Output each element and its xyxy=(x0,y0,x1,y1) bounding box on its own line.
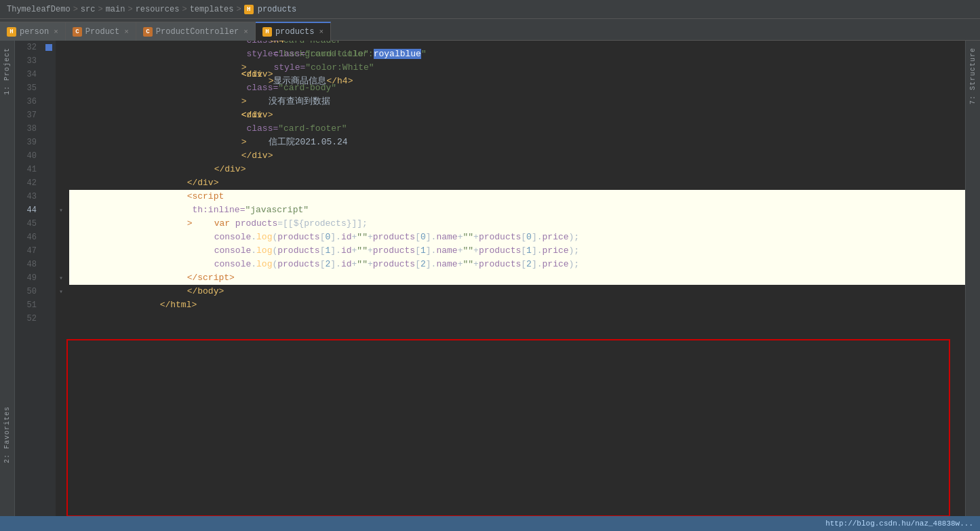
line-num-34: 34 xyxy=(20,68,37,81)
fold-34 xyxy=(56,68,66,81)
fold-40 xyxy=(56,149,66,163)
gutter-49 xyxy=(42,271,56,285)
code-line-32: <div class="card-header" style="backgrou… xyxy=(69,41,965,54)
gutter xyxy=(42,41,56,516)
status-right: http://blog.csdn.hu/naz_48838w... xyxy=(825,519,973,528)
fold-42 xyxy=(56,176,66,190)
gutter-43 xyxy=(42,190,56,203)
line-num-40: 40 xyxy=(20,149,37,163)
fold-45 xyxy=(56,217,66,231)
gutter-42 xyxy=(42,176,56,190)
fold-32[interactable] xyxy=(56,41,66,54)
line-num-47: 47 xyxy=(20,244,37,258)
tab-close-person[interactable]: × xyxy=(54,28,58,36)
line-num-36: 36 xyxy=(20,95,37,109)
fold-48 xyxy=(56,258,66,271)
gutter-41 xyxy=(42,163,56,176)
line-num-32: 32 xyxy=(20,41,37,54)
fold-50[interactable]: ▾ xyxy=(56,285,66,298)
tab-label-product: Product xyxy=(85,27,119,37)
lines-container[interactable]: 32 33 34 35 36 37 38 39 40 41 42 43 44 4… xyxy=(15,41,965,516)
structure-sidebar-label[interactable]: 7: Structure xyxy=(969,47,977,104)
tab-close-products[interactable]: × xyxy=(319,28,324,36)
gutter-32 xyxy=(42,41,56,54)
fold-33[interactable] xyxy=(56,54,66,68)
code-lines[interactable]: <div class="card-header" style="backgrou… xyxy=(66,41,965,516)
line-num-42: 42 xyxy=(20,176,37,190)
gutter-37 xyxy=(42,109,56,122)
gutter-51 xyxy=(42,298,56,312)
fold-36 xyxy=(56,95,66,109)
gutter-45 xyxy=(42,217,56,231)
tab-productcontroller[interactable]: C ProductController × xyxy=(136,22,256,41)
line-num-51: 51 xyxy=(20,298,37,312)
fold-51 xyxy=(56,298,66,312)
gutter-46 xyxy=(42,231,56,244)
breadcrumb-main[interactable]: main xyxy=(106,5,125,14)
line-num-35: 35 xyxy=(20,81,37,95)
fold-44[interactable]: ▾ xyxy=(56,203,66,217)
gutter-36 xyxy=(42,95,56,109)
breadcrumb-file-icon: H xyxy=(244,5,254,14)
gutter-50 xyxy=(42,285,56,298)
line-num-43: 43 xyxy=(20,190,37,203)
tab-bar: H person × C Product × C ProductControll… xyxy=(0,19,980,41)
breadcrumb-src[interactable]: src xyxy=(81,5,96,14)
line-num-48: 48 xyxy=(20,258,37,271)
tab-icon-productcontroller: C xyxy=(143,27,153,37)
tab-close-product[interactable]: × xyxy=(124,28,129,36)
tab-label-person: person xyxy=(20,27,49,37)
fold-35[interactable] xyxy=(56,81,66,95)
fold-47 xyxy=(56,244,66,258)
gutter-48 xyxy=(42,258,56,271)
favorites-sidebar: 2: Favorites xyxy=(0,406,15,463)
tab-products[interactable]: H products × xyxy=(256,22,331,41)
tab-person[interactable]: H person × xyxy=(0,22,66,41)
line-num-52: 52 xyxy=(20,312,37,326)
gutter-38 xyxy=(42,122,56,136)
breadcrumb-project[interactable]: ThymeleafDemo xyxy=(7,5,71,14)
tab-product[interactable]: C Product × xyxy=(66,22,136,41)
line-num-37: 37 xyxy=(20,109,37,122)
editor-wrapper: 32 33 34 35 36 37 38 39 40 41 42 43 44 4… xyxy=(15,41,965,516)
breadcrumb-templates[interactable]: templates xyxy=(190,5,234,14)
breadcrumb-products[interactable]: products xyxy=(258,5,297,14)
fold-52 xyxy=(56,312,66,326)
fold-37 xyxy=(56,109,66,122)
favorites-sidebar-label[interactable]: 2: Favorites xyxy=(3,406,11,463)
fold-41 xyxy=(56,163,66,176)
bookmark-32 xyxy=(45,44,52,51)
fold-gutter: ▾ ▾ ▾ xyxy=(56,41,66,516)
fold-43 xyxy=(56,190,66,203)
gutter-44 xyxy=(42,203,56,217)
tab-icon-person: H xyxy=(7,27,16,37)
code-line-50: </body> xyxy=(69,285,965,298)
gutter-35 xyxy=(42,81,56,95)
fold-49[interactable]: ▾ xyxy=(56,271,66,285)
tab-icon-product: C xyxy=(73,27,82,37)
line-numbers: 32 33 34 35 36 37 38 39 40 41 42 43 44 4… xyxy=(15,41,42,516)
line-num-50: 50 xyxy=(20,285,37,298)
code-line-52 xyxy=(69,312,965,326)
gutter-33 xyxy=(42,54,56,68)
code-line-38: <div class="card-footer" > xyxy=(69,122,965,136)
line-num-41: 41 xyxy=(20,163,37,176)
tab-label-productcontroller: ProductController xyxy=(156,27,239,37)
tab-close-productcontroller[interactable]: × xyxy=(243,28,248,36)
line-num-38: 38 xyxy=(20,122,37,136)
gutter-34 xyxy=(42,68,56,81)
breadcrumb: ThymeleafDemo > src > main > resources >… xyxy=(0,0,980,19)
breadcrumb-resources[interactable]: resources xyxy=(136,5,180,14)
fold-38[interactable] xyxy=(56,122,66,136)
gutter-40 xyxy=(42,149,56,163)
fold-46 xyxy=(56,231,66,244)
code-line-35: <div class="card-body" > xyxy=(69,81,965,95)
gutter-52 xyxy=(42,312,56,326)
line-num-46: 46 xyxy=(20,231,37,244)
tab-icon-products: H xyxy=(262,27,272,37)
line-num-49: 49 xyxy=(20,271,37,285)
right-sidebar-structure: 7: Structure xyxy=(965,41,980,516)
project-sidebar-label[interactable]: 1: Project xyxy=(3,47,11,95)
line-num-44: 44 xyxy=(20,203,37,217)
line-num-39: 39 xyxy=(20,136,37,149)
